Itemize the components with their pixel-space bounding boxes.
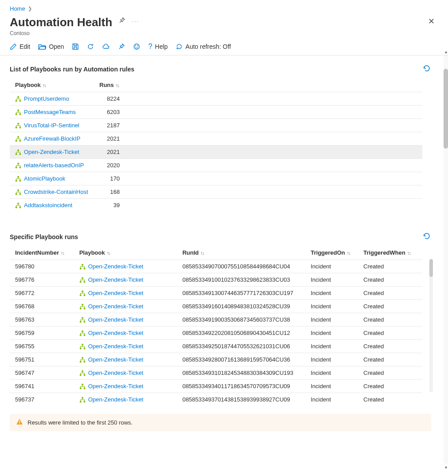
- incident-number: 596768: [10, 300, 74, 313]
- triggered-when: Created: [358, 273, 422, 287]
- playbook-link[interactable]: PromptUserdemo: [24, 95, 69, 102]
- table-row[interactable]: PromptUserdemo8224: [10, 92, 422, 106]
- logicapp-icon: [15, 136, 21, 142]
- col-playbook[interactable]: Playbook↑↓: [10, 78, 94, 92]
- playbook-link[interactable]: Open-Zendesk-Ticket: [88, 330, 144, 336]
- table-row[interactable]: PostMessageTeams6203: [10, 106, 422, 119]
- runs-value: 8224: [94, 92, 125, 106]
- incident-number: 596776: [10, 273, 74, 287]
- table-row[interactable]: 596759Open-Zendesk-Ticket085853349220208…: [10, 327, 422, 340]
- incident-number: 596741: [10, 380, 74, 393]
- table-scrollbar[interactable]: [429, 259, 433, 392]
- triggered-on: Incident: [305, 287, 358, 300]
- col-incident[interactable]: IncidentNumber↑↓: [10, 246, 74, 260]
- triggered-on: Incident: [305, 300, 358, 313]
- playbook-link[interactable]: Open-Zendesk-Ticket: [88, 290, 144, 296]
- help-label: Help: [155, 43, 168, 50]
- playbook-link[interactable]: Open-Zendesk-Ticket: [88, 316, 144, 323]
- playbook-link[interactable]: Open-Zendesk-Ticket: [88, 343, 144, 350]
- playbook-link[interactable]: Open-Zendesk-Ticket: [88, 303, 144, 310]
- table-row[interactable]: 596763Open-Zendesk-Ticket085853349190035…: [10, 313, 422, 327]
- playbook-link[interactable]: VirusTotal-IP-Sentinel: [24, 122, 79, 129]
- runs-value: 2187: [94, 119, 125, 132]
- edit-button[interactable]: Edit: [10, 43, 30, 50]
- table-row[interactable]: 596780Open-Zendesk-Ticket085853349070007…: [10, 260, 422, 273]
- playbook-link[interactable]: Open-Zendesk-Ticket: [88, 276, 144, 283]
- autorefresh-button[interactable]: Auto refresh: Off: [176, 43, 231, 50]
- pin-toolbar-icon[interactable]: [118, 43, 125, 50]
- playbook-link[interactable]: PostMessageTeams: [24, 109, 76, 115]
- incident-number: 596755: [10, 340, 74, 353]
- breadcrumb-home[interactable]: Home: [10, 5, 25, 12]
- table-row[interactable]: VirusTotal-IP-Sentinel2187: [10, 119, 422, 132]
- pin-icon[interactable]: [118, 17, 126, 25]
- close-icon[interactable]: ✕: [424, 15, 438, 28]
- table-row[interactable]: 596772Open-Zendesk-Ticket085853349130074…: [10, 287, 422, 300]
- playbooks-table: Playbook↑↓ Runs↑↓ PromptUserdemo8224Post…: [10, 78, 422, 212]
- cloud-icon[interactable]: [102, 43, 110, 50]
- col-runs[interactable]: Runs↑↓: [94, 78, 125, 92]
- table-row[interactable]: Open-Zendesk-Ticket2021: [10, 146, 422, 159]
- col-triggeredon[interactable]: TriggeredOn↑↓: [305, 246, 358, 260]
- table-row[interactable]: 596741Open-Zendesk-Ticket085853349340117…: [10, 380, 422, 393]
- help-button[interactable]: ? Help: [148, 43, 168, 51]
- logicapp-icon: [15, 176, 21, 182]
- table-row[interactable]: 596768Open-Zendesk-Ticket085853349160140…: [10, 300, 422, 313]
- run-id: 08585334928007161368915957064CU36: [177, 353, 305, 366]
- logicapp-icon: [79, 383, 86, 389]
- save-icon[interactable]: [72, 43, 79, 50]
- playbook-link[interactable]: Open-Zendesk-Ticket: [88, 356, 144, 363]
- triggered-on: Incident: [305, 393, 358, 406]
- table-row[interactable]: 596751Open-Zendesk-Ticket085853349280071…: [10, 353, 422, 366]
- page-title: Automation Health: [10, 16, 112, 29]
- playbook-link[interactable]: Open-Zendesk-Ticket: [24, 149, 79, 155]
- table-row[interactable]: 596776Open-Zendesk-Ticket085853349100102…: [10, 273, 422, 287]
- playbook-link[interactable]: Open-Zendesk-Ticket: [88, 263, 144, 270]
- table-row[interactable]: Addtaskstoincident39: [10, 199, 422, 212]
- triggered-when: Created: [358, 366, 422, 380]
- section1-title: List of Playbooks run by Automation rule…: [10, 66, 134, 73]
- table-row[interactable]: relateAlerts-basedOnIP2020: [10, 159, 422, 172]
- playbook-link[interactable]: Addtaskstoincident: [24, 202, 72, 208]
- col-runid[interactable]: RunId↑↓: [177, 246, 305, 260]
- logicapp-icon: [79, 303, 86, 310]
- incident-number: 596759: [10, 327, 74, 340]
- triggered-on: Incident: [305, 353, 358, 366]
- svg-point-5: [138, 46, 138, 46]
- playbook-link[interactable]: AzureFirewall-BlockIP: [24, 135, 80, 142]
- table-row[interactable]: Crowdstrike-ContainHost168: [10, 185, 422, 199]
- edit-label: Edit: [20, 43, 30, 50]
- triggered-when: Created: [358, 327, 422, 340]
- table-row[interactable]: 596737Open-Zendesk-Ticket085853349370143…: [10, 393, 422, 406]
- table-row[interactable]: 596755Open-Zendesk-Ticket085853349250187…: [10, 340, 422, 353]
- undo-icon[interactable]: [422, 232, 430, 241]
- incident-number: 596747: [10, 366, 74, 380]
- svg-point-3: [134, 44, 139, 49]
- incident-number: 596737: [10, 393, 74, 406]
- playbook-link[interactable]: Open-Zendesk-Ticket: [88, 396, 144, 403]
- page-scrollbar[interactable]: ▴ ▾: [444, 55, 448, 464]
- playbook-link[interactable]: relateAlerts-basedOnIP: [24, 162, 84, 169]
- section2-title: Specific Playbook runs: [10, 233, 78, 240]
- more-icon[interactable]: ···: [132, 18, 139, 24]
- playbook-link[interactable]: Open-Zendesk-Ticket: [88, 383, 144, 389]
- col-triggeredwhen[interactable]: TriggeredWhen↑↓: [358, 246, 422, 260]
- logicapp-icon: [79, 317, 86, 323]
- runs-value: 2021: [94, 132, 125, 146]
- refresh-icon[interactable]: [87, 43, 94, 50]
- feedback-icon[interactable]: [133, 43, 140, 50]
- playbook-link[interactable]: Crowdstrike-ContainHost: [24, 189, 88, 195]
- playbook-link[interactable]: AtomicPlaybook: [24, 175, 65, 182]
- table-row[interactable]: AtomicPlaybook170: [10, 172, 422, 185]
- table-row[interactable]: 596747Open-Zendesk-Ticket085853349310182…: [10, 366, 422, 380]
- incident-number: 596772: [10, 287, 74, 300]
- logicapp-icon: [15, 96, 21, 102]
- open-button[interactable]: Open: [38, 43, 64, 50]
- table-row[interactable]: AzureFirewall-BlockIP2021: [10, 132, 422, 146]
- triggered-when: Created: [358, 260, 422, 273]
- col-playbook2[interactable]: Playbook↑↓: [74, 246, 177, 260]
- undo-icon[interactable]: [422, 64, 430, 74]
- logicapp-icon: [79, 370, 86, 376]
- playbook-link[interactable]: Open-Zendesk-Ticket: [88, 370, 144, 376]
- run-id: 08585334913007446357771726303CU197: [177, 287, 305, 300]
